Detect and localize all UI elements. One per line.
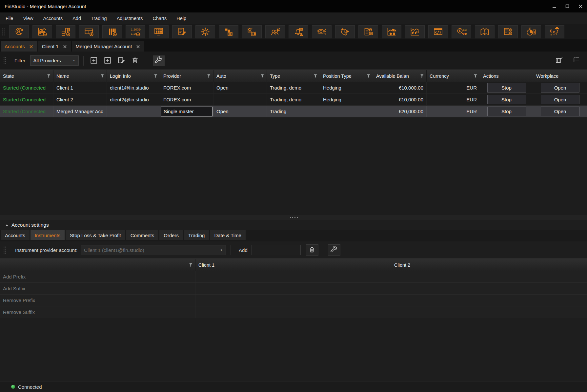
cell-provider[interactable]: Single master: [160, 106, 213, 117]
account-row-3[interactable]: Started (ConnectedMerged Manager AccSing…: [0, 106, 587, 117]
cell-name[interactable]: Merged Manager Acc: [53, 106, 107, 117]
settings-tab-instruments[interactable]: Instruments: [30, 230, 65, 240]
cell-balance[interactable]: €10,000.00: [373, 82, 427, 93]
group-panel-button[interactable]: [570, 55, 582, 66]
instrument-row-remove-suffix[interactable]: Remove Suffix: [0, 306, 587, 318]
menu-accounts[interactable]: Accounts: [38, 12, 68, 24]
account-row-1[interactable]: Started (ConnectedClient 1client1@fin.st…: [0, 82, 587, 94]
minimize-button[interactable]: [548, 0, 561, 12]
filter-funnel-icon[interactable]: [100, 74, 104, 78]
panel-splitter[interactable]: [0, 215, 587, 220]
toolbar-table-monitor-button[interactable]: [149, 25, 169, 38]
tab-accounts[interactable]: Accounts: [1, 41, 37, 52]
cell-client1-value[interactable]: [195, 306, 391, 318]
menu-view[interactable]: View: [18, 12, 38, 24]
filter-funnel-icon[interactable]: [367, 74, 371, 78]
instruments-column-header-settings[interactable]: [0, 259, 195, 271]
cell-state[interactable]: Started (Connected: [0, 106, 53, 117]
settings-tab-stop-loss-take-profit[interactable]: Stop Loss & Take Profit: [66, 230, 125, 240]
toolbar-symbol-search-button[interactable]: €101010: [452, 25, 471, 38]
toolbar-alerts-button[interactable]: [289, 25, 308, 38]
tab-client-1[interactable]: Client 1: [38, 41, 71, 52]
edit-account-button[interactable]: [116, 55, 128, 66]
cell-auto[interactable]: Open: [213, 82, 267, 93]
column-header-position-type[interactable]: Position Type: [320, 70, 373, 82]
account-settings-header[interactable]: Account settings: [0, 220, 587, 230]
cell-currency[interactable]: EUR: [427, 106, 480, 117]
settings-tab-trading[interactable]: Trading: [184, 230, 209, 240]
menu-add[interactable]: Add: [68, 12, 86, 24]
cell-balance[interactable]: €20,000.00: [373, 106, 427, 117]
column-header-currency[interactable]: Currency: [427, 70, 480, 82]
toolbar-chart-add-button[interactable]: [32, 25, 52, 38]
cell-client2-value[interactable]: [391, 283, 587, 294]
cell-provider[interactable]: FOREX.com: [160, 94, 213, 105]
settings-tab-accounts[interactable]: Accounts: [1, 230, 30, 240]
cell-setting-name[interactable]: Remove Suffix: [0, 306, 195, 318]
toolbar-multi-chart-button[interactable]: [242, 25, 262, 38]
column-header-actions[interactable]: Actions: [480, 70, 533, 82]
cell-currency[interactable]: EUR: [427, 82, 480, 93]
add-merged-account-button[interactable]: [102, 55, 114, 66]
cell-state[interactable]: Started (Connected: [0, 94, 53, 105]
menu-charts[interactable]: Charts: [148, 12, 172, 24]
menu-help[interactable]: Help: [172, 12, 191, 24]
add-account-button[interactable]: [88, 55, 100, 66]
provider-row-drag-grip[interactable]: [3, 246, 6, 254]
toolbar-quote-add-button[interactable]: 1.203561.2035: [126, 25, 145, 38]
menu-file[interactable]: File: [1, 12, 18, 24]
cell-position_type[interactable]: [320, 106, 373, 117]
column-header-state[interactable]: State: [0, 70, 53, 82]
tab-merged-manager-account[interactable]: Merged Manager Account: [72, 41, 145, 52]
cell-state[interactable]: Started (Connected: [0, 82, 53, 93]
cell-position_type[interactable]: Hedging: [320, 82, 373, 93]
tab-close-icon[interactable]: [29, 44, 33, 49]
cell-type[interactable]: Trading, demo: [267, 94, 320, 105]
column-header-login-info[interactable]: Login Info: [107, 70, 160, 82]
toolbar-scheduler-button[interactable]: [335, 25, 355, 38]
instrument-settings-wrench-button[interactable]: [328, 244, 340, 256]
stop-button[interactable]: Stop: [487, 107, 526, 116]
account-settings-wrench-button[interactable]: [153, 55, 165, 66]
toolbar-org-chart-button[interactable]: [219, 25, 238, 38]
stop-button[interactable]: Stop: [487, 95, 526, 104]
provider-editor-cell[interactable]: Single master: [161, 107, 213, 116]
cell-client2-value[interactable]: [391, 306, 587, 318]
menu-trading[interactable]: Trading: [86, 12, 112, 24]
instruments-column-header-client-2[interactable]: Client 2: [391, 259, 587, 271]
settings-tab-date-time[interactable]: Date & Time: [210, 230, 246, 240]
toolbar-book-chart-button[interactable]: [475, 25, 495, 38]
instrument-row-remove-prefix[interactable]: Remove Prefix: [0, 295, 587, 306]
stop-button[interactable]: Stop: [487, 83, 526, 93]
cell-type[interactable]: Trading, demo: [267, 82, 320, 93]
toolbar-portfolio-chart-button[interactable]: [382, 25, 401, 38]
filterbar-drag-grip[interactable]: [3, 56, 6, 65]
filter-funnel-icon[interactable]: [420, 74, 424, 78]
cell-client1-value[interactable]: [195, 283, 391, 294]
provider-filter-dropdown[interactable]: All Providers ▼: [30, 55, 79, 66]
toolbar-user-sync-button[interactable]: [9, 25, 29, 38]
cell-login[interactable]: client2@fin.studio: [107, 94, 160, 105]
toolbar-algo-chip-button[interactable]: [312, 25, 332, 38]
close-button[interactable]: [574, 0, 587, 12]
cell-position_type[interactable]: Hedging: [320, 94, 373, 105]
instrument-row-add-prefix[interactable]: Add Prefix: [0, 271, 587, 283]
instrument-provider-dropdown[interactable]: Client 1 (client1@fin.studio) ▼: [81, 245, 226, 255]
cell-name[interactable]: Client 1: [53, 82, 107, 93]
cell-client2-value[interactable]: [391, 271, 587, 282]
cell-setting-name[interactable]: Add Prefix: [0, 271, 195, 282]
cell-provider[interactable]: FOREX.com: [160, 82, 213, 93]
toolbar-code-editor-button[interactable]: [428, 25, 448, 38]
filter-funnel-icon[interactable]: [47, 74, 51, 78]
toolbar-drag-grip[interactable]: [2, 28, 5, 36]
settings-tab-orders[interactable]: Orders: [159, 230, 183, 240]
filter-funnel-icon[interactable]: [189, 263, 193, 267]
toolbar-note-edit-button[interactable]: [172, 25, 192, 38]
toolbar-layout-add-button[interactable]: [56, 25, 75, 38]
instrument-row-add-suffix[interactable]: Add Suffix: [0, 283, 587, 295]
toolbar-analysis-chart-button[interactable]: [405, 25, 425, 38]
toolbar-settings-gear-button[interactable]: [195, 25, 215, 38]
tab-close-icon[interactable]: [136, 44, 140, 49]
column-header-name[interactable]: Name: [53, 70, 107, 82]
cell-currency[interactable]: EUR: [427, 94, 480, 105]
